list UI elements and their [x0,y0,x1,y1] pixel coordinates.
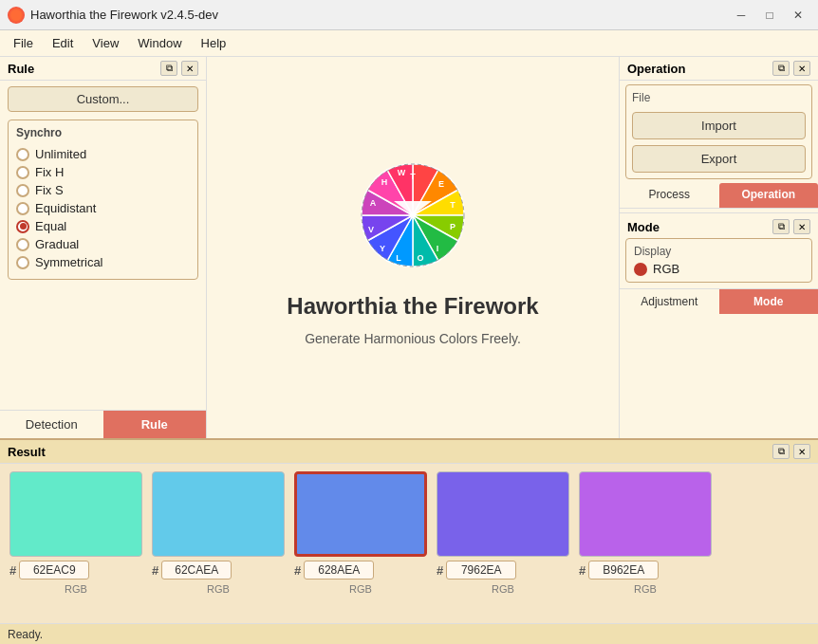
radio-fixh[interactable]: Fix H [16,163,190,181]
mode-title: Mode [627,220,660,234]
hash-1: # [152,563,158,578]
swatch-code-input-0[interactable] [19,561,89,580]
swatch-box-3[interactable] [437,471,569,557]
svg-text:Y: Y [380,244,385,253]
result-panel-header: Result ⧉ ✕ [0,440,818,464]
swatch-item-4: # RGB [579,471,712,595]
titlebar: Haworthia the Firework v2.4.5-dev ─ □ ✕ [0,0,818,30]
tab-rule[interactable]: Rule [103,411,207,438]
logo-area: T E T P I O L Y V A H W Haworthia the Fi… [287,149,538,346]
swatch-box-0[interactable] [9,471,142,557]
radio-label-fixs: Fix S [35,183,64,197]
svg-text:W: W [398,168,406,177]
svg-text:H: H [381,177,388,187]
color-swatches: # RGB # RGB # RGB # [0,464,818,623]
svg-text:A: A [370,198,377,208]
radio-label-equidistant: Equidistant [35,201,96,215]
swatch-type-0: RGB [65,583,87,595]
display-group: Display RGB [625,238,812,283]
radio-equal[interactable]: Equal [16,217,190,235]
window-title: Haworthia the Firework v2.4.5-dev [30,8,729,22]
tab-adjustment[interactable]: Adjustment [620,289,719,314]
radio-circle-symmetrical [16,256,29,269]
operation-panel-close-button[interactable]: ✕ [793,61,810,76]
hash-4: # [579,563,586,578]
operation-panel: Operation ⧉ ✕ File Import Export Process… [619,57,818,438]
swatch-type-1: RGB [207,583,230,595]
tab-operation[interactable]: Operation [719,183,819,208]
synchro-group: Synchro Unlimited Fix H Fix S Equidistan… [8,120,198,280]
swatch-type-2: RGB [349,583,372,595]
rgb-dot-icon [634,263,647,276]
swatch-code-input-3[interactable] [446,561,516,580]
swatch-box-2[interactable] [294,471,427,557]
svg-text:T: T [410,172,416,181]
rgb-label: RGB [653,262,679,276]
tab-mode[interactable]: Mode [719,289,819,314]
tab-process[interactable]: Process [620,183,719,208]
close-button[interactable]: ✕ [786,6,810,25]
radio-equidistant[interactable]: Equidistant [16,199,190,217]
swatch-item-0: # RGB [9,471,142,595]
mode-header: Mode ⧉ ✕ [620,217,818,238]
display-group-title: Display [634,245,804,258]
swatch-type-4: RGB [634,583,657,595]
radio-circle-equidistant [16,202,29,215]
menu-help[interactable]: Help [192,32,236,54]
svg-text:T: T [450,200,455,210]
radio-label-symmetrical: Symmetrical [35,255,103,269]
result-panel-restore-button[interactable]: ⧉ [772,444,790,459]
radio-unlimited[interactable]: Unlimited [16,145,190,163]
result-panel: Result ⧉ ✕ # RGB # RGB [0,438,818,623]
menu-file[interactable]: File [4,32,43,54]
swatch-code-input-2[interactable] [304,561,374,580]
custom-button[interactable]: Custom... [8,86,198,112]
app-icon [8,7,25,24]
swatch-box-4[interactable] [579,471,712,557]
status-text: Ready. [8,628,43,641]
radio-symmetrical[interactable]: Symmetrical [16,253,190,271]
swatch-code-row-2: # [294,561,427,580]
svg-text:V: V [368,225,374,234]
radio-circle-gradual [16,238,29,251]
hash-0: # [9,563,16,578]
radio-circle-equal [16,220,29,233]
mode-panel-controls: ⧉ ✕ [772,219,810,234]
radio-circle-unlimited [16,148,29,161]
tab-detection[interactable]: Detection [0,411,103,438]
custom-btn-wrap: Custom... [0,81,206,114]
rule-panel: Rule ⧉ ✕ Custom... Synchro Unlimited Fix… [0,57,207,438]
svg-text:E: E [438,179,444,189]
app-name: Haworthia the Firework [287,293,538,320]
synchro-group-title: Synchro [16,126,190,139]
mode-panel-restore-button[interactable]: ⧉ [772,219,790,234]
result-panel-close-button[interactable]: ✕ [793,444,810,459]
swatch-code-row-4: # [579,561,712,580]
swatch-box-1[interactable] [152,471,285,557]
mode-panel-close-button[interactable]: ✕ [793,219,810,234]
menu-window[interactable]: Window [128,32,191,54]
svg-text:I: I [437,244,439,253]
menu-edit[interactable]: Edit [43,32,83,54]
rule-panel-restore-button[interactable]: ⧉ [160,61,177,76]
import-button[interactable]: Import [632,112,806,139]
rule-panel-header: Rule ⧉ ✕ [0,57,206,81]
radio-label-gradual: Gradual [35,237,79,251]
swatch-code-row-0: # [9,561,142,580]
minimize-button[interactable]: ─ [729,6,753,25]
svg-text:L: L [396,253,401,263]
center-panel: T E T P I O L Y V A H W Haworthia the Fi… [207,57,619,438]
rgb-row: RGB [634,262,804,276]
radio-gradual[interactable]: Gradual [16,235,190,253]
operation-panel-restore-button[interactable]: ⧉ [772,61,790,76]
export-button[interactable]: Export [632,145,806,173]
maximize-button[interactable]: □ [757,6,782,25]
svg-text:P: P [450,222,455,231]
menu-view[interactable]: View [83,32,128,54]
radio-fixs[interactable]: Fix S [16,181,190,199]
swatch-code-input-1[interactable] [161,561,232,580]
result-panel-controls: ⧉ ✕ [772,444,810,459]
mode-section: Mode ⧉ ✕ Display RGB Adjustment Mode [620,212,818,314]
swatch-code-input-4[interactable] [588,561,659,580]
rule-panel-close-button[interactable]: ✕ [181,61,198,76]
